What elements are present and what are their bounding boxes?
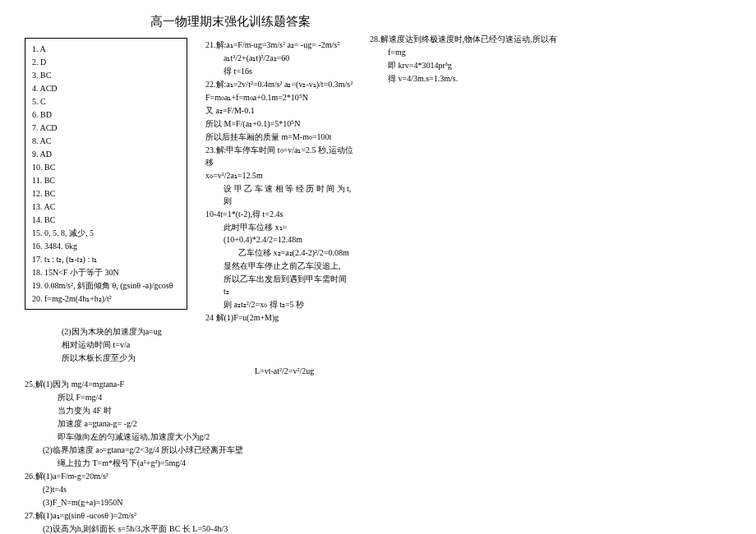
sol-25-3: 当力变为 4F 时 [25, 404, 731, 417]
ans-2: 2. D [32, 56, 180, 68]
ans-8: 8. AC [32, 135, 180, 147]
sol-23-7: 显然在甲车停止之前乙车没追上, [205, 260, 353, 272]
sol-25-4: 加速度 a=gtana-g= -g/2 [25, 417, 731, 430]
sol-21-1: 21.解:a₁=F/m-ug=3m/s² a₂= -ug= -2m/s² [205, 39, 353, 51]
ans-17: 17. t₁ : t₂, (t₃-t₂) : t₁ [32, 253, 180, 265]
sol-23-5: 此时甲车位移 x₁=(10+0.4)*2.4/2=12.48m [205, 221, 353, 246]
sol-25-7: 绳上拉力 T=m*根号下(a²+g²)=5mg/4 [25, 457, 731, 469]
sol-22-1: 22.解:a₁=2v/t²=0.4m/s² a₂=(v₂-v₁)/t=0.3m/… [205, 78, 353, 90]
sol-22-3: 又 a₂=F/M-0.1 [205, 104, 353, 117]
sol-26-1: 26.解(1)a=F/m-g=20m/s² [25, 470, 731, 482]
ans-16: 16. 3484. 6kg [32, 240, 180, 252]
ans-18: 18. 15N<F 小于等于 30N [32, 266, 180, 279]
sol-25-2: 所以 F=mg/4 [25, 391, 731, 403]
sol-26-3: (3)F_N=m(g+a)=1950N [25, 496, 731, 509]
sol-24-2: (2)因为木块的加速度为a=ug [62, 325, 731, 338]
sol-24: 24 解(1)F=u(2m+M)g [205, 311, 353, 324]
sol-23-8: 所以乙车出发后到遇到甲车需时间 t₂ [205, 273, 353, 297]
ans-14: 14. BC [32, 214, 180, 226]
sol-24-3: 相对运动时间 t=v/a [62, 338, 731, 351]
sol-23-4: 10-4t=1*(t-2),得 t=2.4s [205, 208, 353, 220]
page-title: 高一物理期末强化训练题答案 [107, 12, 353, 31]
sol-22-5: 所以后挂车厢的质量 m=M-m₀=100t [205, 131, 353, 143]
ans-11: 11. BC [32, 174, 180, 186]
sol-23-3: 设 甲 乙 车 速 相 等 经 历 时 间 为 t, 则 [205, 182, 353, 207]
sol-21-3: 得 t=16s [205, 65, 353, 77]
sol-21-2: a₁t²/2+(a₁t)²/2a₂=60 [205, 52, 353, 64]
ans-19: 19. 0.08m/s², 斜面倾角 θ, (gsinθ -a)/gcosθ [32, 279, 180, 292]
sol-25-1: 25.解(1)因为 mg/4=mgtana-F [25, 378, 731, 390]
ans-9: 9. AD [32, 148, 180, 160]
sol-28-1: 28.解速度达到终极速度时,物体已经匀速运动,所以有 [370, 33, 731, 45]
ans-4: 4. ACD [32, 82, 180, 94]
sol-27-2: (2)设高为h,则斜面长 s=5h/3,水平面 BC 长 L=50-4h/3 [25, 522, 731, 535]
sol-23-2: x₀=v²/2a₁=12.5m [205, 169, 353, 182]
ans-15: 15. 0, 5. 8, 减少, 5 [32, 227, 180, 239]
ans-13: 13. AC [32, 200, 180, 213]
ans-1: 1. A [32, 43, 180, 55]
ans-5: 5. C [32, 95, 180, 108]
sol-28-3: 即 krv=4*3014pr³g [370, 59, 731, 71]
sol-24-4: 所以木板长度至少为 [62, 352, 731, 364]
sol-27-1: 27.解(1)a₁=g(sinθ -ucosθ )=2m/s² [25, 509, 731, 522]
ans-3: 3. BC [32, 69, 180, 81]
ans-7: 7. ACD [32, 122, 180, 134]
sol-24-5: L=vt-at²/2=v²/2ug [25, 365, 731, 377]
sol-28-4: 得 v=4/3m.s=1.3m/s. [370, 72, 731, 85]
sol-22-4: 所以 M=F/(a₂+0.1)=5*10⁵N [205, 117, 353, 130]
ans-6: 6. BD [32, 108, 180, 121]
sol-28-2: f=mg [370, 46, 731, 58]
ans-10: 10. BC [32, 161, 180, 173]
answer-box: 1. A 2. D 3. BC 4. ACD 5. C 6. BD 7. ACD… [25, 38, 187, 310]
sol-25-6: (2)临界加速度 a₀=gtana=g/2<3g/4 所以小球已经离开车壁 [25, 444, 731, 456]
ans-20: 20. f=mg-2m(4h₁+h₂)/t² [32, 292, 180, 305]
sol-25-5: 即车做向左的匀减速运动,加速度大小为g/2 [25, 430, 731, 443]
sol-23-9: 则 a₂t₂²/2=x₀ 得 t₂=5 秒 [205, 298, 353, 311]
sol-26-2: (2)t=4s [25, 483, 731, 495]
sol-23-6: 乙车位移 x₂=a₂(2.4-2)²/2=0.08m [205, 246, 353, 259]
sol-23-1: 23.解:甲车停车时间 t₀=v/a₁=2.5 秒,运动位移 [205, 144, 353, 168]
sol-22-2: F=m₀a₁+f=m₀a+0.1m=2*10⁵N [205, 91, 353, 104]
ans-12: 12. BC [32, 187, 180, 200]
